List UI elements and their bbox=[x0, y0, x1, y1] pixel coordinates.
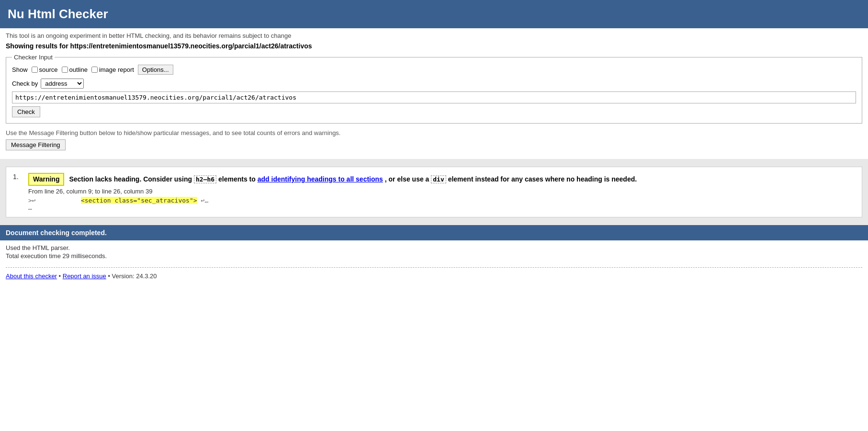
result-message-start: Section lacks heading. Consider using bbox=[69, 175, 194, 183]
footer-version: • Version: 24.3.20 bbox=[108, 272, 157, 280]
outline-checkbox-label[interactable]: outline bbox=[62, 66, 88, 73]
result-code-spaces bbox=[40, 197, 77, 204]
image-report-checkbox-text: image report bbox=[99, 66, 134, 73]
page-header: Nu Html Checker bbox=[0, 0, 868, 28]
doc-info: Used the HTML parser. Total execution ti… bbox=[0, 242, 868, 262]
check-button[interactable]: Check bbox=[12, 106, 40, 117]
result-code-arrow2: ↩… bbox=[201, 197, 209, 204]
options-button[interactable]: Options... bbox=[138, 65, 173, 75]
source-checkbox-text: source bbox=[39, 66, 58, 73]
image-report-checkbox-label[interactable]: image report bbox=[91, 66, 134, 73]
check-by-label: Check by bbox=[12, 80, 38, 87]
doc-complete-message: Document checking completed. bbox=[6, 229, 107, 237]
result-number: 1. bbox=[13, 173, 23, 211]
result-main-text: Warning Section lacks heading. Consider … bbox=[28, 173, 855, 186]
warning-badge: Warning bbox=[28, 173, 64, 186]
about-link[interactable]: About this checker bbox=[6, 272, 57, 280]
result-code-arrow: >↩ … bbox=[28, 197, 36, 211]
footer: About this checker • Report an issue • V… bbox=[0, 271, 868, 285]
footer-divider bbox=[6, 267, 862, 268]
showing-results-url: https://entretenimientosmanuel13579.neoc… bbox=[70, 42, 312, 50]
result-location: From line 26, column 9; to line 26, colu… bbox=[28, 188, 855, 195]
show-label: Show bbox=[12, 66, 28, 73]
report-issue-link[interactable]: Report an issue bbox=[63, 272, 106, 280]
parser-info: Used the HTML parser. bbox=[6, 244, 862, 251]
execution-time: Total execution time 29 milliseconds. bbox=[6, 252, 862, 260]
image-report-checkbox[interactable] bbox=[91, 67, 98, 73]
url-input[interactable] bbox=[12, 91, 856, 103]
check-by-row: Check by address file upload text input bbox=[12, 79, 856, 89]
results-area: 1. Warning Section lacks heading. Consid… bbox=[0, 159, 868, 225]
result-message-end: element instead for any cases where no h… bbox=[448, 175, 637, 183]
checker-input-fieldset: Checker Input Show source outline image … bbox=[6, 54, 862, 124]
outline-checkbox-text: outline bbox=[69, 66, 88, 73]
result-message-link-prefix: elements to bbox=[218, 175, 258, 183]
source-checkbox[interactable] bbox=[32, 67, 38, 73]
message-filtering-button[interactable]: Message Filtering bbox=[6, 139, 66, 150]
result-link[interactable]: add identifying headings to all sections bbox=[258, 175, 383, 183]
result-code-highlight: <section class="sec_atracivos"> bbox=[81, 197, 197, 204]
checker-input-legend: Checker Input bbox=[12, 54, 55, 61]
result-item: 1. Warning Section lacks heading. Consid… bbox=[6, 167, 862, 217]
show-options-row: Show source outline image report Options… bbox=[12, 65, 856, 75]
source-checkbox-label[interactable]: source bbox=[32, 66, 58, 73]
result-content: Warning Section lacks heading. Consider … bbox=[28, 173, 855, 211]
result-message-div-prefix: , or else use a bbox=[385, 175, 431, 183]
showing-results: Showing results for https://entretenimie… bbox=[6, 42, 862, 50]
filter-description: Use the Message Filtering button below t… bbox=[6, 129, 862, 136]
page-title: Nu Html Checker bbox=[8, 7, 860, 22]
filter-section: Use the Message Filtering button below t… bbox=[6, 129, 862, 150]
result-code-block: >↩ … <section class="sec_atracivos"> ↩… bbox=[28, 197, 855, 211]
result-code-div: div bbox=[431, 175, 446, 183]
footer-separator1: • bbox=[59, 272, 63, 280]
check-by-select[interactable]: address file upload text input bbox=[41, 79, 84, 89]
doc-complete-banner: Document checking completed. bbox=[0, 225, 868, 240]
showing-results-label: Showing results for bbox=[6, 42, 70, 50]
outline-checkbox[interactable] bbox=[62, 67, 68, 73]
subtitle-text: This tool is an ongoing experiment in be… bbox=[6, 32, 862, 39]
result-code-h2h6: h2–h6 bbox=[194, 175, 216, 183]
